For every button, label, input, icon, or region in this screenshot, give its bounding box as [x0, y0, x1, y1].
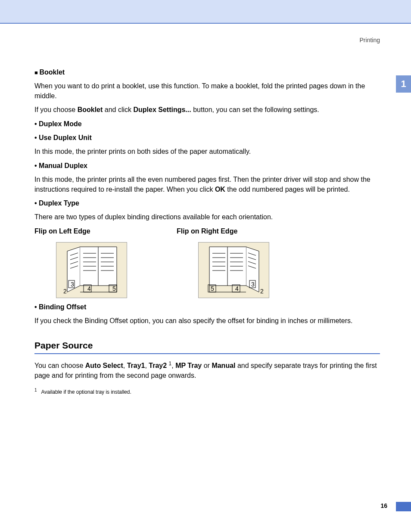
manual-duplex-label: Manual Duplex	[34, 161, 380, 171]
use-duplex-unit-label: Use Duplex Unit	[34, 133, 380, 143]
flip-right-label: Flip on Right Edge	[177, 227, 237, 236]
flip-diagrams: Flip on Left Edge	[34, 227, 380, 298]
svg-text:3: 3	[71, 281, 74, 288]
paper-source-text: You can choose Auto Select, Tray1, Tray2…	[34, 360, 380, 380]
binding-offset-label: Binding Offset	[34, 302, 380, 312]
text: If you choose	[34, 106, 78, 113]
text-bold: Booklet	[78, 106, 103, 113]
opt-auto-select: Auto Select	[85, 362, 123, 370]
opt-tray1: Tray1	[127, 362, 145, 370]
svg-text:5: 5	[112, 285, 116, 292]
svg-text:5: 5	[211, 285, 214, 292]
duplex-type-text: There are two types of duplex binding di…	[34, 212, 380, 222]
booklet-intro: When you want to do print a booklet, use…	[34, 81, 380, 101]
opt-manual: Manual	[212, 362, 235, 370]
manual-duplex-text: In this mode, the printer prints all the…	[34, 175, 380, 194]
svg-text:2: 2	[63, 288, 67, 295]
duplex-mode-label: Duplex Mode	[34, 119, 380, 129]
booklet-choose: If you choose Booklet and click Duplex S…	[34, 105, 380, 115]
svg-text:4: 4	[235, 285, 239, 292]
top-band	[0, 0, 411, 24]
section-rule	[34, 353, 380, 354]
footnote-text: Available if the optional tray is instal…	[41, 389, 131, 395]
text-bold: OK	[215, 186, 225, 193]
chapter-tab: 1	[396, 75, 411, 93]
page-content: Booklet When you want to do print a book…	[0, 48, 411, 396]
footnote-marker: 1	[169, 361, 172, 367]
use-duplex-unit-text: In this mode, the printer prints on both…	[34, 147, 380, 156]
header-section-label: Printing	[0, 37, 411, 48]
svg-text:3: 3	[251, 281, 255, 288]
footnote-number: 1	[34, 388, 37, 392]
text: button, you can set the following settin…	[191, 106, 319, 113]
text: You can choose	[34, 362, 85, 370]
opt-mp-tray: MP Tray	[175, 362, 202, 370]
text: the odd numbered pages will be printed.	[225, 186, 350, 193]
duplex-type-label: Duplex Type	[34, 199, 380, 208]
flip-left-label: Flip on Left Edge	[34, 227, 90, 236]
svg-text:2: 2	[260, 288, 264, 295]
text-bold: Duplex Settings...	[133, 106, 191, 113]
paper-source-heading: Paper Source	[34, 339, 380, 352]
footnote: 1Available if the optional tray is insta…	[34, 387, 380, 396]
opt-tray2: Tray2	[149, 362, 167, 370]
svg-text:4: 4	[87, 285, 91, 292]
text: and click	[103, 106, 133, 113]
binding-offset-text: If you check the Binding Offset option, …	[34, 316, 380, 326]
booklet-heading: Booklet	[34, 68, 380, 77]
flip-left-diagram: 2 3 4 5	[56, 242, 127, 298]
flip-right-diagram: 2 3 4 5	[198, 242, 269, 298]
